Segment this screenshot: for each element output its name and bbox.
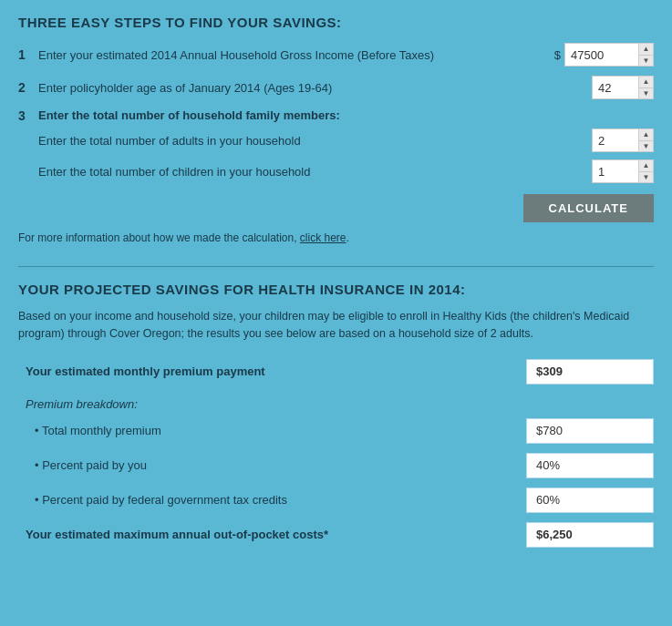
step1-arrows: ▲ ▼ [638, 44, 653, 66]
step2-spinner: ▲ ▼ [592, 76, 654, 99]
percent-you-label: Percent paid by you [26, 458, 526, 472]
percent-gov-label: Percent paid by federal government tax c… [26, 493, 526, 507]
step1-row: 1 Enter your estimated 2014 Annual House… [18, 43, 654, 67]
calculate-row: CALCULATE [18, 194, 654, 222]
step3-children-spinner: ▲ ▼ [592, 159, 654, 183]
step3-adults-up-arrow[interactable]: ▲ [639, 129, 653, 141]
step3-adults-spinner: ▲ ▼ [592, 128, 654, 152]
step3-children-input-wrap: ▲ ▼ [592, 159, 654, 183]
step3-adults-down-arrow[interactable]: ▼ [639, 141, 653, 152]
step2-row: 2 Enter policyholder age as of January 2… [18, 76, 654, 99]
monthly-premium-value: $309 [526, 359, 654, 385]
step1-up-arrow[interactable]: ▲ [639, 44, 653, 56]
step2-up-arrow[interactable]: ▲ [639, 77, 653, 88]
step2-down-arrow[interactable]: ▼ [639, 88, 653, 99]
info-link[interactable]: click here [300, 231, 346, 244]
calculate-button[interactable]: CALCULATE [523, 194, 654, 222]
step1-number: 1 [18, 47, 38, 62]
top-section: THREE EASY STEPS TO FIND YOUR SAVINGS: 1… [18, 15, 654, 266]
step3-header: Enter the total number of household fami… [38, 108, 654, 122]
info-link-row: For more information about how we made t… [18, 231, 654, 244]
step3-children-label: Enter the total number of children in yo… [38, 165, 592, 179]
step3-adults-input[interactable] [593, 129, 638, 151]
step1-input-wrap: $ ▲ ▼ [554, 43, 654, 67]
annual-oop-value: $6,250 [526, 522, 654, 548]
step2-arrows: ▲ ▼ [638, 77, 653, 98]
step1-input[interactable] [565, 44, 638, 66]
percent-you-value: 40% [526, 453, 654, 478]
annual-oop-row: Your estimated maximum annual out-of-poc… [18, 522, 654, 548]
main-container: THREE EASY STEPS TO FIND YOUR SAVINGS: 1… [0, 0, 672, 575]
step3-adults-row: Enter the total number of adults in your… [18, 128, 654, 152]
step3-children-up-arrow[interactable]: ▲ [639, 160, 653, 172]
monthly-premium-label: Your estimated monthly premium payment [26, 364, 526, 378]
step2-input[interactable] [593, 77, 638, 98]
section-divider [18, 266, 654, 267]
results-title: YOUR PROJECTED SAVINGS FOR HEALTH INSURA… [18, 282, 654, 297]
step2-label: Enter policyholder age as of January 201… [38, 81, 592, 95]
step3-adults-arrows: ▲ ▼ [638, 129, 653, 151]
percent-gov-row: Percent paid by federal government tax c… [18, 487, 654, 513]
step1-spinner: ▲ ▼ [564, 43, 654, 67]
step2-number: 2 [18, 80, 38, 95]
top-title: THREE EASY STEPS TO FIND YOUR SAVINGS: [18, 15, 654, 30]
step3-children-down-arrow[interactable]: ▼ [639, 172, 653, 183]
step3-number: 3 [18, 108, 38, 123]
step3-children-arrows: ▲ ▼ [638, 160, 653, 182]
total-monthly-label: Total monthly premium [26, 424, 526, 437]
premium-breakdown-label: Premium breakdown: [18, 397, 654, 411]
annual-oop-label: Your estimated maximum annual out-of-poc… [26, 528, 526, 541]
step3-adults-label: Enter the total number of adults in your… [38, 134, 592, 148]
step1-down-arrow[interactable]: ▼ [639, 56, 653, 67]
step3-children-input[interactable] [593, 160, 638, 182]
monthly-premium-row: Your estimated monthly premium payment $… [18, 359, 654, 385]
step2-input-wrap: ▲ ▼ [592, 76, 654, 99]
percent-you-row: Percent paid by you 40% [18, 453, 654, 478]
step1-dollar-sign: $ [554, 48, 561, 62]
bottom-section: YOUR PROJECTED SAVINGS FOR HEALTH INSURA… [18, 282, 654, 548]
results-note: Based on your income and household size,… [18, 308, 654, 343]
step3-adults-input-wrap: ▲ ▼ [592, 128, 654, 152]
total-monthly-row: Total monthly premium $780 [18, 418, 654, 444]
step3-children-row: Enter the total number of children in yo… [18, 159, 654, 183]
step3-header-row: 3 Enter the total number of household fa… [18, 108, 654, 123]
percent-gov-value: 60% [526, 487, 654, 513]
total-monthly-value: $780 [526, 418, 654, 444]
step1-label: Enter your estimated 2014 Annual Househo… [38, 48, 554, 62]
